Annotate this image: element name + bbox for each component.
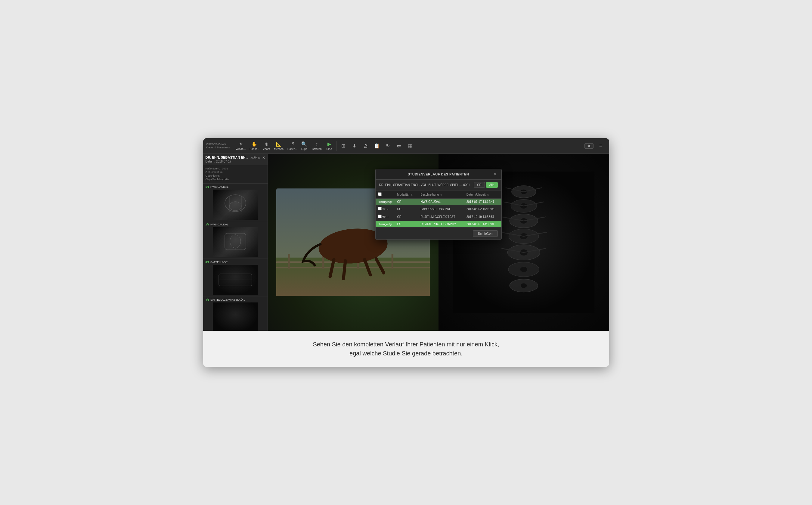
row3-check[interactable]: [378, 214, 382, 218]
desc-sort-icon[interactable]: ⇅: [440, 193, 443, 196]
modal-overlay: STUDIENVERLAUF DES PATIENTEN ✕ DR. EHN, …: [268, 154, 609, 331]
share-icon: ⇄: [397, 143, 401, 149]
series-thumb-1: [213, 190, 258, 220]
col-checkbox: [375, 190, 395, 199]
main-content: DR. EHN, SEBASTIAN EN... Datum: 2018-07-…: [203, 154, 609, 331]
series-thumb-4: [213, 303, 258, 331]
tool-print[interactable]: 🖨: [360, 142, 371, 150]
toolbar-right: DE ≡: [585, 142, 606, 150]
app-logo: VetPACS-Viewer Klever & Matenaers: [206, 143, 230, 149]
modal-sort-icon[interactable]: ⇅: [411, 193, 413, 196]
table-row[interactable]: 👁H SC LABOR-BEFUND PDF 2018-05-02 16:10:…: [375, 205, 501, 213]
table-row[interactable]: 👁H CR FUJIFILM GOFLEX TEST 2017-10-19 13…: [375, 213, 501, 221]
tool-grid[interactable]: ⊞: [338, 142, 349, 150]
series-header-4: 4/1 SATTELLAGE WIRBELKÖ...: [204, 298, 266, 302]
tool-cine[interactable]: ▶ Cine: [324, 140, 335, 152]
series-thumb-2: [213, 227, 258, 257]
tool-share[interactable]: ⇄: [394, 142, 404, 150]
row2-checkbox: 👁H: [375, 205, 395, 213]
table-body: Hinzugefügt CR HWS CAUDAL 2018-07-17 13:…: [375, 199, 501, 227]
row4-modal: ES: [395, 221, 418, 227]
layout-icon: ▦: [408, 143, 412, 149]
table-row[interactable]: Hinzugefügt CR HWS CAUDAL 2018-07-17 13:…: [375, 199, 501, 205]
cine-icon: ▶: [327, 141, 331, 147]
tool-lupe[interactable]: 🔍 Lupe: [299, 140, 310, 152]
patient-id-row: Patienten-ID: 0001: [205, 167, 265, 170]
tool-window[interactable]: ☀ Windo...: [234, 140, 248, 152]
rotate-icon: ↺: [290, 141, 294, 147]
select-all-checkbox[interactable]: [378, 192, 382, 196]
modal-patient-row: DR. EHN, SEBASTIAN ENGL. VOLLBLUT, WÜRFE…: [375, 180, 501, 190]
patient-gender-row: Geschlecht:: [205, 174, 265, 177]
row2-check[interactable]: [378, 207, 382, 210]
caption-area: Sehen Sie den kompletten Verlauf Ihrer P…: [203, 331, 609, 367]
row1-desc: HWS CAUDAL: [418, 199, 464, 205]
app-title: VetPACS-Viewer: [206, 143, 230, 146]
download-icon: ⬇: [352, 143, 356, 149]
svg-rect-7: [219, 274, 252, 286]
col-desc-header: Beschreibung ⇅: [418, 190, 464, 199]
series-item-1[interactable]: 1/1 HWS CAUDAL: [203, 184, 268, 221]
pan-icon: ✋: [251, 141, 257, 147]
row3-checkbox: 👁H: [375, 213, 395, 221]
filter-cr-button[interactable]: CR: [474, 182, 485, 188]
modal-close-button[interactable]: ✕: [492, 172, 498, 177]
patient-date: Datum: 2018-07-17: [205, 160, 265, 163]
tool-download[interactable]: ⬇: [349, 142, 360, 150]
tool-layout[interactable]: ▦: [405, 142, 416, 150]
window-icon: ☀: [239, 141, 243, 147]
patient-header: DR. EHN, SEBASTIAN EN... Datum: 2018-07-…: [203, 154, 268, 165]
tool-measure[interactable]: 📐 Messen: [272, 140, 286, 152]
series-item-2[interactable]: 2/1 HWS CAUDAL: [203, 221, 268, 259]
modal-close-btn[interactable]: Schließen: [473, 230, 498, 237]
tool-pan[interactable]: ✋ Panor...: [248, 140, 261, 152]
table-header-row: Modalität ⇅ Beschreibung ⇅ Datum/Uhrzeit: [375, 190, 501, 199]
tool-zoom[interactable]: ⊕ Zoom: [261, 140, 272, 152]
svg-rect-4: [225, 233, 246, 250]
svg-point-6: [230, 235, 241, 248]
tool-scroll[interactable]: ↕ Scrollen: [310, 140, 324, 152]
series-item-3[interactable]: 3/1 SATTELLAGE: [203, 259, 268, 297]
modal-filter-buttons: CR Alle: [474, 182, 497, 188]
patient-nav: ◁ 2/4 ▷ ✕: [250, 156, 265, 160]
caption-text: Sehen Sie den kompletten Verlauf Ihrer P…: [209, 340, 603, 358]
study-table: Modalität ⇅ Beschreibung ⇅ Datum/Uhrzeit: [375, 190, 501, 227]
row4-desc: DIGITAL PHOTOGRAPHY: [418, 221, 464, 227]
modal-footer: Schließen: [375, 227, 501, 239]
table-row[interactable]: Hinzugefügt ES DIGITAL PHOTOGRAPHY 2013-…: [375, 221, 501, 227]
app-container: VetPACS-Viewer Klever & Matenaers ☀ Wind…: [203, 138, 609, 331]
row2-modal: SC: [395, 205, 418, 213]
print-icon: 🖨: [363, 143, 368, 149]
close-patient-button[interactable]: ✕: [262, 156, 265, 160]
grid-icon: ⊞: [341, 143, 345, 149]
modal-patient-name: DR. EHN, SEBASTIAN ENGL. VOLLBLUT, WÜRFE…: [379, 183, 470, 187]
row3-modal: CR: [395, 213, 418, 221]
measure-icon: 📐: [276, 141, 282, 147]
tool-report[interactable]: 📋: [371, 142, 382, 150]
toolbar: VetPACS-Viewer Klever & Matenaers ☀ Wind…: [203, 138, 609, 154]
settings-button[interactable]: ≡: [595, 142, 606, 150]
col-modal-header: Modalität ⇅: [395, 190, 418, 199]
modal-title: STUDIENVERLAUF DES PATIENTEN: [385, 172, 492, 176]
patient-chip-row: Chip-/Zuchtbuch-Nr.:: [205, 178, 265, 181]
eye-icon-2: 👁: [382, 215, 386, 219]
toolbar-separator: [336, 141, 336, 151]
series-item-4[interactable]: 4/1 SATTELLAGE WIRBELKÖ...: [203, 297, 268, 331]
row1-date: 2018-07-17 13:12:41: [464, 199, 501, 205]
zoom-icon: ⊕: [265, 141, 269, 147]
row1-modal: CR: [395, 199, 418, 205]
lupe-icon: 🔍: [301, 141, 307, 147]
col-date-header: Datum/Uhrzeit ⇅: [464, 190, 501, 199]
lang-button[interactable]: DE: [585, 143, 593, 149]
date-sort-icon[interactable]: ⇅: [487, 193, 489, 196]
app-frame: VetPACS-Viewer Klever & Matenaers ☀ Wind…: [203, 138, 609, 367]
filter-all-button[interactable]: Alle: [486, 182, 498, 188]
eye-icon: 👁: [382, 207, 386, 211]
series-header-1: 1/1 HWS CAUDAL: [204, 185, 266, 189]
series-header-3: 3/1 SATTELLAGE: [204, 260, 266, 264]
row4-added: Hinzugefügt: [375, 221, 395, 227]
tool-refresh[interactable]: ↻: [382, 142, 393, 150]
tool-rotate[interactable]: ↺ Rotier...: [286, 140, 299, 152]
toolbar-extra: ⊞ ⬇ 🖨 📋 ↻ ⇄ ▦: [338, 142, 416, 150]
svg-point-0: [225, 195, 246, 211]
